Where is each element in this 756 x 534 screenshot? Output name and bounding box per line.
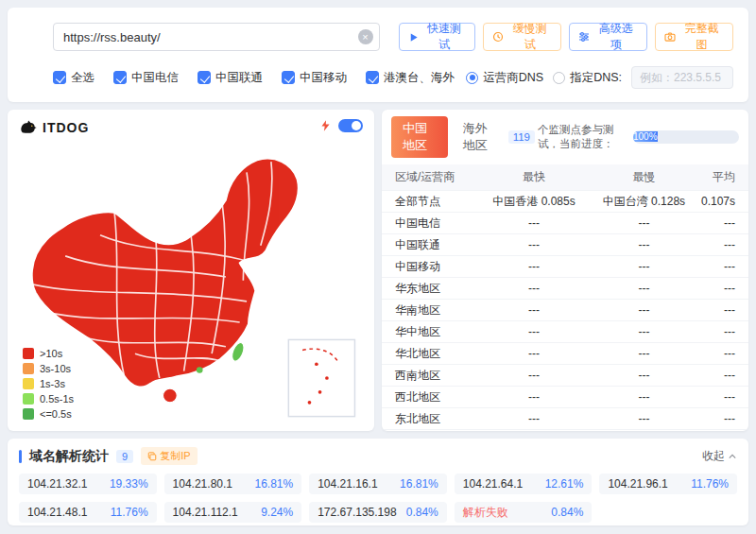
test-action-button[interactable]: 快速测试 (399, 23, 476, 51)
region-cell: 中国联通 (382, 234, 477, 256)
checkbox-icon (53, 71, 66, 84)
slowest-cell: 中国台湾 0.128s (591, 430, 697, 432)
ip-stat-item: 104.21.32.1 19.33% (19, 474, 157, 494)
average-cell: --- (697, 387, 748, 408)
results-table: 区域/运营商 最快 最慢 平均 全部节点 中国香港 0.085s 中国台湾 0.… (382, 164, 748, 431)
test-action-button[interactable]: 完整截图 (655, 23, 733, 51)
ip-percent: 16.81% (400, 477, 438, 491)
result-row: 西南地区 --- --- --- (382, 365, 748, 387)
col-fastest: 最快 (477, 164, 591, 191)
checkbox-label: 港澳台、海外 (384, 70, 455, 86)
dns-stats-card: 域名解析统计 9 复制IP 收起 104.21.32.1 19.33% 104.… (8, 439, 748, 525)
legend-label: >10s (40, 348, 62, 359)
ip-stat-item: 104.21.48.1 11.76% (19, 502, 157, 523)
legend-item: <=0.5s (23, 408, 74, 420)
col-slowest: 最慢 (591, 164, 697, 191)
slow-clock-icon (492, 31, 504, 43)
average-cell: --- (697, 365, 748, 387)
region-cell: 华中地区 (382, 321, 477, 343)
latency-legend: >10s 3s-10s 1s-3s 0.5s-1s (23, 344, 74, 420)
slowest-cell: 中国台湾 0.128s (591, 191, 697, 213)
average-cell: --- (697, 213, 748, 234)
region-tab[interactable]: 中国地区 (391, 116, 448, 158)
test-action-button[interactable]: 高级选项 (569, 23, 647, 51)
region-tabs: 中国地区 海外地区 (391, 116, 508, 158)
average-cell: --- (697, 278, 748, 300)
ip-percent: 11.76% (691, 477, 729, 491)
chevron-up-icon (728, 453, 737, 460)
collapse-label: 收起 (702, 448, 725, 464)
fastest-cell: --- (477, 234, 591, 256)
legend-swatch (23, 348, 34, 359)
ip-stats-grid: 104.21.32.1 19.33% 104.21.80.1 16.81% 10… (19, 474, 737, 523)
legend-item: >10s (23, 348, 74, 359)
region-cell: 港澳台 (382, 430, 477, 432)
map-controls (319, 119, 363, 132)
clear-input-icon[interactable]: × (358, 29, 373, 44)
slowest-cell: --- (591, 343, 697, 365)
result-row: 西北地区 --- --- --- (382, 387, 748, 408)
ip-percent: 12.61% (545, 477, 584, 491)
custom-dns-radio[interactable]: 指定DNS: (553, 70, 622, 86)
ip-percent: 0.84% (551, 506, 583, 519)
line-checkbox[interactable]: 中国移动 (282, 70, 347, 86)
china-map-card: ITDOG (8, 110, 374, 431)
ip-address: 解析失败 (463, 505, 508, 521)
region-cell: 东北地区 (382, 408, 477, 430)
carrier-dns-radio[interactable]: 运营商DNS (466, 70, 543, 86)
custom-dns-input[interactable] (631, 66, 733, 89)
copy-ip-label: 复制IP (160, 449, 190, 463)
action-buttons: 快速测试 缓慢测试 高级选项 (399, 23, 733, 51)
radio-icon (466, 72, 478, 84)
copy-ip-button[interactable]: 复制IP (141, 447, 197, 465)
average-cell: --- (697, 256, 748, 278)
slowest-cell: --- (591, 321, 697, 343)
logo-text: ITDOG (43, 120, 89, 135)
collapse-button[interactable]: 收起 (702, 448, 737, 464)
copy-icon (147, 452, 157, 461)
checkbox-label: 中国电信 (131, 70, 179, 86)
average-cell: --- (697, 321, 748, 343)
slowest-cell: --- (591, 408, 697, 430)
test-toolbar: × 快速测试 缓慢测试 (8, 8, 748, 102)
fastest-cell: --- (477, 278, 591, 300)
checkbox-label: 全选 (71, 70, 94, 86)
region-cell: 全部节点 (382, 191, 477, 213)
dns-options: 运营商DNS 指定DNS: (466, 66, 733, 89)
dog-logo-icon (19, 118, 38, 137)
south-china-sea-inset (288, 339, 354, 416)
legend-swatch (23, 378, 34, 389)
region-tab[interactable]: 海外地区 (452, 116, 508, 158)
line-checkbox[interactable]: 中国联通 (198, 70, 263, 86)
fastest-cell: 中国香港 0.085s (477, 430, 591, 432)
button-label: 高级选项 (593, 21, 638, 53)
hongkong-region (197, 367, 203, 373)
itdog-logo: ITDOG (19, 118, 89, 137)
region-cell: 中国移动 (382, 256, 477, 278)
fastest-cell: --- (477, 300, 591, 321)
slowest-cell: --- (591, 300, 697, 321)
map-toggle-switch[interactable] (338, 119, 363, 132)
fastest-cell: --- (477, 408, 591, 430)
url-input[interactable] (53, 23, 380, 51)
ip-stat-item: 104.21.16.1 16.81% (309, 474, 447, 494)
line-checkbox[interactable]: 全选 (53, 70, 94, 86)
slowest-cell: --- (591, 387, 697, 408)
button-label: 快速测试 (422, 21, 467, 53)
line-checkbox[interactable]: 中国电信 (113, 70, 179, 86)
legend-label: 0.5s-1s (40, 393, 74, 405)
result-row: 港澳台 中国香港 0.085s 中国台湾 0.128s 0.107s (382, 430, 748, 432)
slowest-cell: --- (591, 213, 697, 234)
result-row: 华东地区 --- --- --- (382, 278, 748, 300)
dns-count-badge: 9 (116, 450, 133, 463)
test-action-button[interactable]: 缓慢测试 (483, 23, 561, 51)
checkbox-label: 中国联通 (215, 70, 263, 86)
lightning-icon[interactable] (319, 119, 332, 132)
custom-dns-label: 指定DNS: (570, 70, 622, 86)
ip-stat-item: 104.21.64.1 12.61% (455, 474, 593, 494)
legend-item: 3s-10s (23, 363, 74, 374)
line-checkbox[interactable]: 港澳台、海外 (366, 70, 455, 86)
legend-label: 3s-10s (40, 363, 71, 374)
checkbox-icon (366, 71, 379, 84)
probe-count: 119 (508, 130, 535, 144)
